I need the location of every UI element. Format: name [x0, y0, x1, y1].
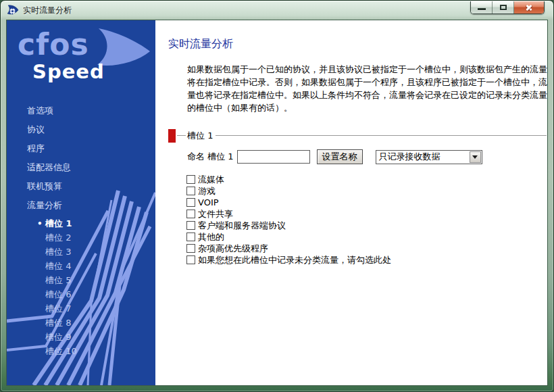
legend-line-left — [177, 135, 186, 136]
streaming-checkbox[interactable] — [186, 175, 195, 184]
slot-name-label: 命名 槽位 1 — [187, 151, 234, 163]
sidebar-item-slot-3[interactable]: 槽位 3 — [7, 245, 155, 260]
client-area: cfos Speed 首选项 协议 程序 适配器信息 联机预算 流量分析 • 槽… — [6, 20, 548, 386]
sidebar-item-adapter-info[interactable]: 适配器信息 — [7, 158, 155, 177]
sidebar-item-traffic-analysis[interactable]: 流量分析 — [7, 196, 155, 215]
set-name-button[interactable]: 设置名称 — [317, 149, 363, 164]
sidebar: cfos Speed 首选项 协议 程序 适配器信息 联机预算 流量分析 • 槽… — [7, 20, 155, 385]
sidebar-item-slot-9[interactable]: 槽位 9 — [7, 330, 155, 345]
checkbox-label: 杂项高优先级程序 — [198, 243, 268, 255]
misc-priority-checkbox[interactable] — [186, 244, 195, 253]
record-mode-value: 只记录接收数据 — [376, 151, 470, 163]
sidebar-item-slot-2[interactable]: 槽位 2 — [7, 231, 155, 245]
slot-label: 槽位 6 — [45, 289, 71, 301]
checkbox-row-other[interactable]: 其他的 — [186, 231, 548, 243]
section-red-marker — [168, 129, 176, 143]
sidebar-item-slot-10[interactable]: 槽位 10 — [7, 345, 155, 359]
checkbox-row-streaming[interactable]: 流媒体 — [186, 174, 548, 185]
slot-label: 槽位 7 — [45, 303, 71, 315]
slot-name-form: 命名 槽位 1 设置名称 只记录接收数据 — [187, 149, 548, 164]
checkbox-label: VOIP — [198, 197, 219, 207]
other-checkbox[interactable] — [186, 232, 195, 241]
slot-label: 槽位 2 — [45, 232, 71, 244]
checkbox-row-games[interactable]: 游戏 — [186, 185, 548, 197]
caption-buttons — [470, 1, 545, 14]
checkbox-label: 客户端和服务器端协议 — [198, 220, 286, 232]
maximize-button[interactable] — [493, 1, 514, 14]
checkbox-row-filesharing[interactable]: 文件共享 — [186, 208, 548, 220]
sidebar-item-programs[interactable]: 程序 — [7, 139, 155, 158]
close-button[interactable] — [514, 1, 544, 14]
slot-label: 槽位 1 — [45, 218, 72, 230]
client-server-checkbox[interactable] — [186, 221, 195, 230]
logo-text-speed: Speed — [32, 62, 105, 82]
voip-checkbox[interactable] — [186, 198, 195, 207]
description-text: 如果数据包属于一个已知的协议，并且该协议已被指定于一个槽位中，则该数据包产生的流… — [187, 63, 548, 114]
window-title: 实时流量分析 — [23, 5, 72, 16]
slot-name-input[interactable] — [237, 150, 310, 164]
app-icon — [7, 5, 19, 16]
sidebar-item-online-budget[interactable]: 联机预算 — [7, 177, 155, 196]
minimize-button[interactable] — [471, 1, 493, 14]
checkbox-row-client-server[interactable]: 客户端和服务器端协议 — [186, 220, 548, 231]
checkbox-row-unclassified[interactable]: 如果您想在此槽位中记录未分类流量，请勾选此处 — [186, 254, 548, 266]
checkbox-label: 游戏 — [198, 185, 216, 197]
slot-label: 槽位 9 — [45, 331, 71, 343]
slot-section-header: 槽位 1 — [168, 128, 548, 143]
slot-list: • 槽位 1 槽位 2 槽位 3 槽位 4 槽位 5 — [7, 217, 155, 359]
slot-label: 槽位 5 — [45, 274, 71, 287]
sidebar-item-protocols[interactable]: 协议 — [7, 120, 155, 139]
maximize-icon — [500, 5, 507, 10]
minimize-icon — [478, 8, 486, 10]
slot-label: 槽位 3 — [45, 246, 71, 258]
logo-text-cfos: cfos — [18, 30, 89, 59]
checkbox-label: 文件共享 — [198, 208, 233, 220]
page-title: 实时流量分析 — [168, 37, 548, 51]
chevron-down-icon — [472, 155, 478, 159]
slot-label: 槽位 8 — [45, 317, 71, 329]
sidebar-item-preferences[interactable]: 首选项 — [7, 101, 155, 120]
games-checkbox[interactable] — [186, 187, 195, 195]
checkbox-row-misc-priority[interactable]: 杂项高优先级程序 — [186, 243, 548, 254]
sidebar-item-slot-5[interactable]: 槽位 5 — [7, 274, 155, 288]
close-icon — [525, 3, 533, 11]
checkbox-row-voip[interactable]: VOIP — [186, 197, 548, 208]
slot-label: 槽位 10 — [45, 345, 77, 358]
checkbox-label: 其他的 — [198, 231, 224, 243]
sidebar-nav: 首选项 协议 程序 适配器信息 联机预算 流量分析 — [7, 101, 155, 215]
legend-line-right — [216, 135, 547, 136]
checkbox-label: 流媒体 — [198, 174, 224, 186]
unclassified-checkbox[interactable] — [186, 255, 195, 264]
sidebar-item-slot-1[interactable]: • 槽位 1 — [7, 217, 155, 231]
category-checkbox-list: 流媒体 游戏 VOIP 文件共享 客户端和服务器端协议 — [186, 174, 548, 266]
checkbox-label: 如果您想在此槽位中记录未分类流量，请勾选此处 — [198, 254, 391, 266]
filesharing-checkbox[interactable] — [186, 210, 195, 218]
sidebar-item-slot-7[interactable]: 槽位 7 — [7, 302, 155, 316]
section-legend: 槽位 1 — [186, 130, 216, 142]
sidebar-item-slot-8[interactable]: 槽位 8 — [7, 316, 155, 330]
sidebar-item-slot-4[interactable]: 槽位 4 — [7, 260, 155, 274]
titlebar[interactable]: 实时流量分析 — [1, 1, 553, 19]
sidebar-item-slot-6[interactable]: 槽位 6 — [7, 288, 155, 302]
main-content: 实时流量分析 如果数据包属于一个已知的协议，并且该协议已被指定于一个槽位中，则该… — [155, 20, 548, 385]
app-window: 实时流量分析 — [0, 0, 554, 392]
record-mode-select[interactable]: 只记录接收数据 — [376, 150, 482, 164]
active-slot-bullet: • — [37, 219, 45, 228]
slot-label: 槽位 4 — [45, 260, 71, 272]
logo: cfos Speed — [7, 20, 155, 91]
dropdown-button[interactable] — [470, 151, 481, 163]
